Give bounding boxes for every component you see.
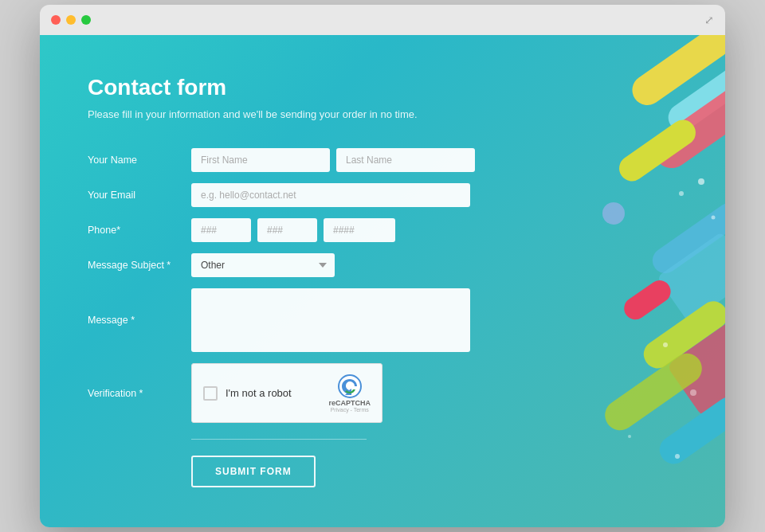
- name-label: Your Name: [88, 155, 191, 166]
- svg-point-16: [690, 389, 696, 396]
- submit-row: SUBMIT FORM: [88, 456, 470, 487]
- captcha-logo: reCAPTCHA Privacy - Terms: [328, 374, 371, 413]
- email-controls: [191, 183, 470, 207]
- svg-point-4: [602, 202, 625, 225]
- recaptcha-icon: [337, 374, 363, 399]
- email-input[interactable]: [191, 183, 470, 207]
- first-name-input[interactable]: [191, 148, 330, 172]
- expand-icon[interactable]: ⤢: [704, 14, 714, 26]
- message-label: Message *: [88, 315, 191, 326]
- verification-row: Verification * I'm not a robot: [88, 363, 470, 423]
- dot-green[interactable]: [81, 15, 91, 25]
- subject-label: Message Subject *: [88, 260, 191, 271]
- name-controls: [191, 148, 475, 172]
- phone-area-input[interactable]: [191, 218, 251, 242]
- svg-point-13: [679, 191, 684, 196]
- captcha-box[interactable]: I'm not a robot reCAPTCHA Privacy - Term…: [191, 363, 382, 423]
- dot-red[interactable]: [51, 15, 61, 25]
- page-title: Contact form: [88, 75, 470, 100]
- svg-point-17: [675, 454, 680, 459]
- svg-point-12: [698, 178, 704, 185]
- message-controls: [191, 288, 470, 352]
- form-area: Contact form Please fill in your informa…: [40, 35, 518, 527]
- phone-controls: [191, 218, 470, 242]
- submit-button[interactable]: SUBMIT FORM: [191, 456, 316, 487]
- browser-content: Contact form Please fill in your informa…: [40, 35, 725, 527]
- verification-label: Verification *: [88, 388, 191, 399]
- subject-controls: Other General Inquiry Support Sales Feed…: [191, 253, 470, 277]
- email-label: Your Email: [88, 190, 191, 201]
- svg-rect-7: [620, 276, 675, 324]
- message-textarea[interactable]: [191, 288, 470, 352]
- browser-window: ⤢: [40, 5, 725, 527]
- phone-label: Phone*: [88, 225, 191, 236]
- form-subtitle: Please fill in your information and we'l…: [88, 108, 470, 120]
- phone-prefix-input[interactable]: [257, 218, 317, 242]
- svg-point-14: [712, 216, 716, 220]
- dot-yellow[interactable]: [66, 15, 76, 25]
- subject-row: Message Subject * Other General Inquiry …: [88, 253, 470, 277]
- phone-number-input[interactable]: [324, 218, 395, 242]
- browser-titlebar: ⤢: [40, 5, 725, 35]
- captcha-left: I'm not a robot: [203, 386, 292, 401]
- name-row: Your Name: [88, 148, 470, 172]
- subject-select[interactable]: Other General Inquiry Support Sales Feed…: [191, 253, 335, 277]
- svg-point-18: [628, 435, 631, 438]
- captcha-checkbox[interactable]: [203, 386, 218, 401]
- message-row: Message *: [88, 288, 470, 352]
- form-divider: [191, 439, 367, 440]
- phone-row: Phone*: [88, 218, 470, 242]
- last-name-input[interactable]: [336, 148, 475, 172]
- email-row: Your Email: [88, 183, 470, 207]
- svg-point-15: [663, 342, 668, 347]
- captcha-sub: Privacy - Terms: [331, 407, 369, 413]
- verification-controls: I'm not a robot reCAPTCHA Privacy - Term…: [191, 363, 470, 423]
- captcha-brand: reCAPTCHA: [328, 399, 371, 407]
- browser-dots: [51, 15, 91, 25]
- captcha-text: I'm not a robot: [226, 387, 292, 399]
